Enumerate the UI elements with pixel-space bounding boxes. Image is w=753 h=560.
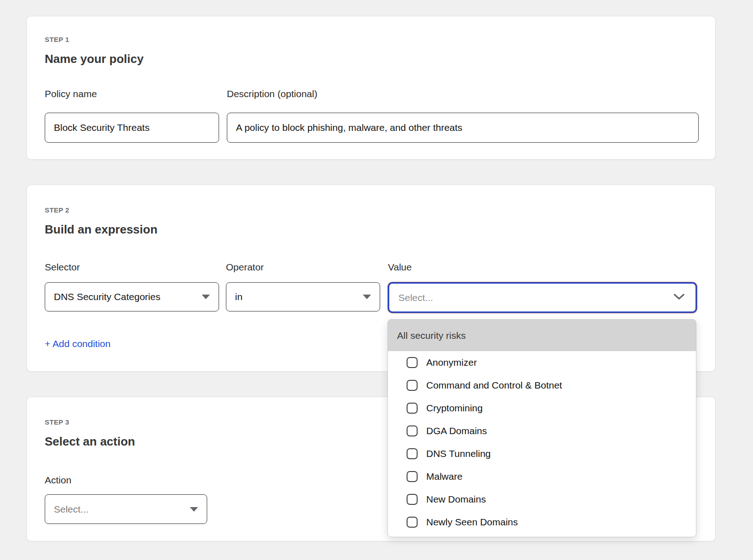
selector-select[interactable]: DNS Security Categories (45, 282, 219, 311)
checkbox-icon[interactable] (407, 471, 418, 482)
policy-name-input[interactable] (45, 113, 219, 143)
step1-label: STEP 1 (45, 36, 69, 43)
operator-select-value: in (235, 291, 357, 302)
value-multiselect[interactable]: Select... (388, 282, 697, 313)
step1-title: Name your policy (45, 52, 144, 66)
dropdown-option[interactable]: DNS Tunneling (388, 442, 696, 465)
value-dropdown-panel: All security risks Anonymizer Command an… (387, 319, 696, 537)
checkbox-icon[interactable] (407, 403, 418, 414)
action-select-placeholder: Select... (54, 504, 184, 515)
checkbox-icon[interactable] (407, 448, 418, 459)
dropdown-option[interactable]: Newly Seen Domains (388, 511, 696, 534)
action-select[interactable]: Select... (45, 494, 207, 524)
value-placeholder: Select... (398, 292, 674, 303)
operator-label: Operator (226, 262, 264, 273)
step3-label: STEP 3 (45, 418, 69, 426)
dropdown-option[interactable]: New Domains (388, 488, 696, 511)
description-input[interactable] (227, 113, 699, 143)
dropdown-option[interactable]: DGA Domains (388, 420, 696, 442)
checkbox-icon[interactable] (407, 494, 418, 505)
selector-label: Selector (45, 262, 80, 273)
chevron-down-icon (674, 294, 685, 302)
step2-title: Build an expression (45, 223, 157, 237)
policy-builder-page: STEP 1 Name your policy Policy name Desc… (0, 0, 753, 560)
add-condition-link[interactable]: + Add condition (45, 338, 110, 349)
checkbox-icon[interactable] (407, 425, 418, 436)
dropdown-arrow-icon (363, 295, 371, 299)
dropdown-arrow-icon (202, 295, 210, 299)
step3-title: Select an action (45, 435, 135, 449)
checkbox-icon[interactable] (407, 357, 418, 368)
description-label: Description (optional) (227, 88, 317, 99)
policy-name-label: Policy name (45, 88, 97, 99)
dropdown-option[interactable]: Command and Control & Botnet (388, 374, 696, 397)
action-label: Action (45, 475, 71, 486)
value-label: Value (388, 262, 412, 273)
dropdown-option[interactable]: Malware (388, 465, 696, 488)
operator-select[interactable]: in (226, 282, 380, 311)
dropdown-option[interactable]: Cryptomining (388, 397, 696, 420)
selector-select-value: DNS Security Categories (54, 291, 196, 302)
checkbox-icon[interactable] (407, 517, 418, 528)
step1-card: STEP 1 Name your policy Policy name Desc… (26, 16, 716, 160)
dropdown-group-header[interactable]: All security risks (388, 320, 696, 351)
step2-label: STEP 2 (45, 206, 69, 214)
checkbox-icon[interactable] (407, 380, 418, 391)
dropdown-arrow-icon (190, 507, 198, 512)
dropdown-option[interactable]: Anonymizer (388, 351, 696, 374)
